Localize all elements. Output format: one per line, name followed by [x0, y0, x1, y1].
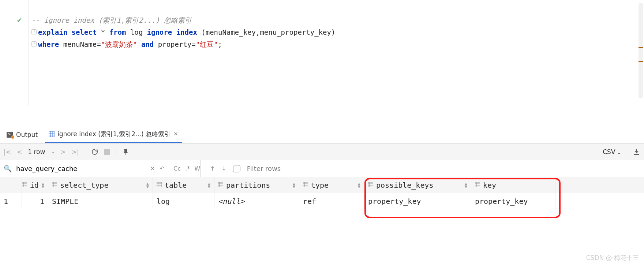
search-icon: 🔍 — [4, 165, 12, 172]
cell-partitions[interactable]: <null> — [214, 193, 299, 209]
sql-comment: -- ignore index (索引1,索引2...) 忽略索引 — [31, 16, 192, 24]
col-table[interactable]: table▲▼ — [153, 177, 214, 193]
scrollbar[interactable] — [639, 3, 643, 98]
column-icon — [52, 182, 58, 188]
cell-key[interactable]: property_key — [471, 193, 555, 209]
first-page-button[interactable]: |< — [4, 148, 11, 156]
column-icon — [157, 182, 162, 188]
word-button[interactable]: W — [194, 165, 200, 172]
history-icon[interactable]: ↶ — [160, 165, 164, 172]
svg-rect-30 — [475, 182, 480, 187]
result-tabs: Output ignore index (索引1,索引2...) 忽略索引 ✕ — [0, 126, 644, 143]
scroll-mark — [639, 61, 643, 62]
sort-icon[interactable]: ▲▼ — [42, 182, 44, 188]
prev-page-button[interactable]: < — [17, 148, 22, 156]
next-page-button[interactable]: > — [60, 148, 65, 156]
separator — [627, 147, 627, 157]
sort-icon[interactable]: ▲▼ — [465, 182, 467, 188]
editor-gutter: ✔ — [0, 0, 29, 106]
chevron-down-icon[interactable]: ⌄ — [51, 149, 55, 154]
table-header: id▲▼ select_type▲▼ table▲▼ partitions▲▼ … — [0, 177, 644, 193]
filter-checkbox[interactable] — [233, 165, 240, 172]
row-filter-input[interactable] — [247, 165, 467, 172]
column-icon — [303, 182, 309, 188]
separator — [116, 147, 116, 157]
regex-button[interactable]: .* — [185, 165, 190, 172]
close-icon[interactable]: ✕ — [173, 131, 178, 137]
reload-button[interactable] — [91, 148, 98, 156]
scroll-mark — [639, 47, 643, 48]
grid-icon — [49, 131, 55, 137]
sort-icon[interactable]: ▲▼ — [358, 182, 360, 188]
row-number: 1 — [0, 193, 22, 209]
separator — [85, 147, 85, 157]
table-row[interactable]: 1 1 SIMPLE log <null> ref property_key p… — [0, 193, 644, 209]
svg-rect-5 — [104, 149, 110, 155]
arrow-down-icon[interactable]: ↓ — [221, 165, 226, 172]
status-ok-icon: ✔ — [0, 15, 22, 24]
sql-editor[interactable]: ✔ -- ignore index (索引1,索引2...) 忽略索引 expl… — [0, 0, 644, 106]
column-icon — [368, 182, 374, 188]
last-page-button[interactable]: >| — [72, 148, 79, 156]
svg-rect-18 — [218, 182, 223, 187]
rows-count[interactable]: 1 row — [28, 148, 45, 156]
col-type[interactable]: type▲▼ — [299, 177, 364, 193]
cell-select-type[interactable]: SIMPLE — [48, 193, 153, 209]
arrow-up-icon[interactable]: ↑ — [210, 165, 215, 172]
cell-type[interactable]: ref — [299, 193, 364, 209]
column-icon — [475, 182, 481, 188]
download-button[interactable] — [633, 148, 640, 156]
sort-icon[interactable]: ▲▼ — [146, 182, 149, 188]
pin-button[interactable] — [122, 148, 130, 156]
result-toolbar: |< < 1 row ⌄ > >| CSV ⌄ — [0, 143, 644, 160]
filter-bar: 🔍 ✕ ↶ Cc .* W ↑ ↓ — [0, 160, 644, 177]
console-icon — [7, 132, 13, 138]
svg-rect-14 — [157, 182, 162, 187]
column-icon — [22, 182, 28, 188]
history-filter-input[interactable] — [16, 165, 146, 172]
cell-possible-keys[interactable]: property_key — [364, 193, 471, 209]
row-num-header[interactable] — [0, 177, 22, 193]
col-id[interactable]: id▲▼ — [22, 177, 48, 193]
export-format[interactable]: CSV ⌄ — [603, 148, 621, 156]
col-possible-keys[interactable]: possible_keys▲▼ — [364, 177, 471, 193]
sort-icon[interactable]: ▲▼ — [293, 182, 295, 188]
fold-icon[interactable] — [31, 41, 37, 46]
cell-id[interactable]: 1 — [22, 193, 48, 209]
svg-rect-0 — [49, 131, 55, 137]
column-icon — [218, 182, 224, 188]
code-area[interactable]: -- ignore index (索引1,索引2...) 忽略索引 explai… — [29, 0, 644, 106]
tab-result[interactable]: ignore index (索引1,索引2...) 忽略索引 ✕ — [45, 126, 182, 143]
case-button[interactable]: Cc — [173, 165, 181, 172]
svg-rect-22 — [303, 182, 308, 187]
sort-icon[interactable]: ▲▼ — [208, 182, 210, 188]
cell-table[interactable]: log — [153, 193, 214, 209]
col-partitions[interactable]: partitions▲▼ — [214, 177, 299, 193]
svg-rect-10 — [52, 182, 57, 187]
result-table: id▲▼ select_type▲▼ table▲▼ partitions▲▼ … — [0, 177, 644, 209]
fold-icon[interactable] — [31, 29, 37, 34]
clear-icon[interactable]: ✕ — [150, 165, 155, 172]
panel-gap — [0, 106, 644, 126]
svg-rect-26 — [368, 182, 373, 187]
col-key[interactable]: key — [471, 177, 555, 193]
col-select-type[interactable]: select_type▲▼ — [48, 177, 153, 193]
tab-output[interactable]: Output — [3, 126, 41, 143]
svg-rect-6 — [22, 182, 27, 187]
watermark: CSDN @·梅花十三 — [586, 254, 639, 262]
stop-button[interactable] — [104, 149, 110, 155]
